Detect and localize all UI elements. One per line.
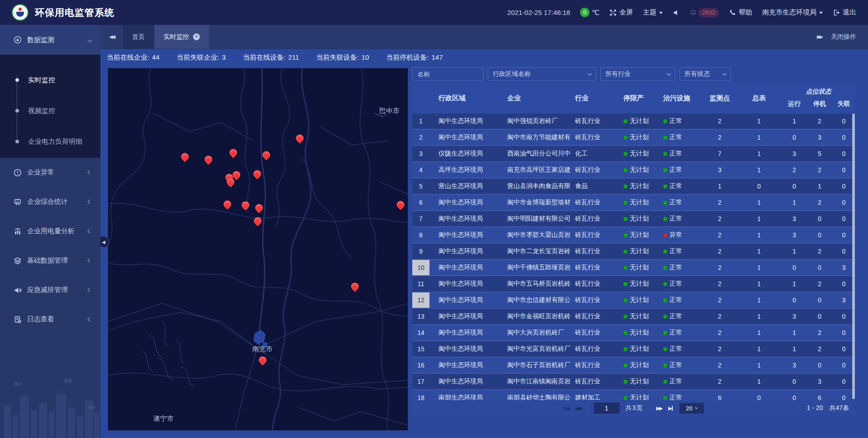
status-dot-icon <box>663 168 667 172</box>
tab[interactable]: 首页 ✕ <box>123 25 154 49</box>
row-number: 3 <box>412 146 429 161</box>
column-header-point-status: 点位状态 <box>782 88 855 96</box>
table-row[interactable]: 6 阆中生态环境局 阆中市金博瑞新型墙材 砖瓦行业 无计划 正常 2 1 1 2… <box>412 195 855 211</box>
cell-stop-status: 无计划 <box>622 162 661 178</box>
cell-run-count: 1 <box>782 195 807 210</box>
cell-stop-status: 无计划 <box>622 309 661 324</box>
cell-run-count: 0 <box>782 390 807 400</box>
cell-halt-count: 3 <box>807 130 832 145</box>
main-content: 巴中市 南充市 遂宁市 <box>100 66 868 438</box>
table-row[interactable]: 15 阆中生态环境局 阆中市光富页岩机砖厂 砖瓦行业 无计划 正常 2 1 1 … <box>412 341 855 358</box>
cell-total-count: 1 <box>736 195 782 210</box>
column-header-industry: 行业 <box>574 83 622 113</box>
column-header-run: 运行 <box>782 96 807 113</box>
table-row[interactable]: 18 南部生态环境局 南部县砂华土陶有限公 建材加工 无计划 正常 6 0 0 … <box>412 390 855 400</box>
row-number: 7 <box>412 211 429 226</box>
prev-page-button[interactable]: ◀◀ <box>575 405 581 411</box>
cell-facility-status: 正常 <box>661 276 703 292</box>
table-row[interactable]: 12 阆中生态环境局 阆中市忠信建材有限公 砖瓦行业 无计划 正常 2 1 0 … <box>412 292 855 309</box>
sidebar-group[interactable]: 基础数据管理 <box>0 246 100 275</box>
name-filter-input[interactable] <box>412 67 484 81</box>
sidebar-item[interactable]: 实时监控 <box>0 65 100 95</box>
row-number: 14 <box>412 325 429 340</box>
cell-run-count: 2 <box>782 162 807 178</box>
next-page-button[interactable]: ▶▶ <box>656 405 662 411</box>
sidebar-group[interactable]: 日志查看 <box>0 305 100 334</box>
status-dot-icon <box>623 331 627 335</box>
theme-label: 主题 <box>643 8 656 17</box>
table-row[interactable]: 4 高坪生态环境局 南充市高坪区王家店建 砖瓦行业 无计划 正常 3 1 2 2… <box>412 162 855 179</box>
fullscreen-label: 全屏 <box>619 8 633 17</box>
mute-button[interactable] <box>673 9 680 16</box>
sidebar-group[interactable]: 数据监测 <box>0 25 100 55</box>
table-row[interactable]: 14 阆中生态环境局 阆中大兴页岩机砖厂 砖瓦行业 无计划 正常 2 1 1 2… <box>412 325 855 341</box>
sidebar-group[interactable]: 应急减排管理 <box>0 275 100 305</box>
theme-button[interactable]: 主题 <box>643 8 663 17</box>
table-scrollbar[interactable] <box>852 113 855 399</box>
sidebar-item[interactable]: 视频监控 <box>0 95 100 126</box>
cell-total-count: 1 <box>736 260 782 275</box>
tab[interactable]: 实时监控 ✕ <box>155 25 209 49</box>
table-row[interactable]: 7 阆中生态环境局 阆中明阳建材有限公司 砖瓦行业 无计划 正常 2 1 3 0… <box>412 211 855 227</box>
cell-facility-status: 正常 <box>661 113 703 129</box>
cell-facility-status: 正常 <box>661 244 703 259</box>
tabs-scroll-left-button[interactable]: ◀◀ <box>100 25 123 49</box>
sidebar-group[interactable]: 企业用电量分析 <box>0 217 100 246</box>
stat-item: 当前停机设备: 147 <box>386 53 443 62</box>
chevron-left-icon <box>88 317 92 322</box>
page-number-input[interactable] <box>594 403 619 414</box>
industry-filter-value: 所有行业 <box>605 70 631 78</box>
row-number: 10 <box>412 260 429 275</box>
map-panel[interactable]: 巴中市 南充市 遂宁市 <box>108 68 408 431</box>
fullscreen-button[interactable]: 全屏 <box>609 8 633 17</box>
chevron-down-icon <box>667 71 671 76</box>
table-row[interactable]: 3 仪陇生态环境局 西南油气田分公司川中 化工 无计划 正常 7 1 3 5 0 <box>412 146 855 162</box>
sidebar-group[interactable]: 企业综合统计 <box>0 187 100 217</box>
cell-monitor-count: 7 <box>703 146 736 161</box>
help-button[interactable]: 帮助 <box>729 8 752 17</box>
cell-industry: 砖瓦行业 <box>574 374 622 389</box>
table-row[interactable]: 13 阆中生态环境局 阆中市金福旺页岩机砖 砖瓦行业 无计划 正常 2 1 3 … <box>412 309 855 325</box>
last-page-button[interactable]: ▶ <box>668 405 673 411</box>
sidebar-item[interactable]: 企业电力负荷明细 <box>0 126 100 157</box>
cell-company: 阆中市光富页岩机砖厂 <box>496 341 574 357</box>
sidebar-item-label: 视频监控 <box>28 107 55 115</box>
sidebar-menu: 数据监测实时监控视频监控企业电力负荷明细企业异常企业综合统计企业用电量分析基础数… <box>0 25 100 334</box>
logout-button[interactable]: 退出 <box>833 8 856 17</box>
table-row[interactable]: 9 阆中生态环境局 阆中市二龙长宝页岩砖 砖瓦行业 无计划 正常 2 1 1 2… <box>412 244 855 260</box>
table-row[interactable]: 5 营山生态环境局 营山县润丰肉食品有限 食品 无计划 正常 1 0 0 1 0 <box>412 179 855 195</box>
first-page-button[interactable]: ◀ <box>564 405 568 411</box>
table-row[interactable]: 16 阆中生态环境局 阆中市石子页岩机砖厂 砖瓦行业 无计划 正常 2 1 3 … <box>412 358 855 374</box>
cell-company: 阆中市金福旺页岩机砖 <box>496 309 574 324</box>
status-filter-select[interactable]: 所有状态 <box>679 67 731 81</box>
sidebar-item-label: 企业电力负荷明细 <box>28 137 82 146</box>
tabs-scroll-right-button[interactable]: ▶▶ <box>817 34 822 40</box>
table-row[interactable]: 10 阆中生态环境局 阆中千佛镇五郎垭页岩 砖瓦行业 无计划 正常 2 1 0 … <box>412 260 855 276</box>
sidebar-group-label: 数据监测 <box>27 36 54 44</box>
status-dot-icon <box>663 217 667 221</box>
cell-run-count: 1 <box>782 276 807 292</box>
table-row[interactable]: 2 阆中生态环境局 阆中市南方节能建材有 砖瓦行业 无计划 正常 2 1 0 3… <box>412 130 855 146</box>
page-size-select[interactable]: 20 <box>679 403 704 414</box>
app-header: 环保用电监管系统 2021-02-25 17:46:18 0 ℃ 全屏 主题 2… <box>0 0 868 25</box>
cell-region: 阆中生态环境局 <box>429 244 496 259</box>
industry-filter-select[interactable]: 所有行业 <box>600 67 675 81</box>
table-row[interactable]: 1 阆中生态环境局 阆中强锐页岩砖厂 砖瓦行业 无计划 正常 2 1 1 2 0 <box>412 113 855 130</box>
sidebar-group[interactable]: 企业异常 <box>0 158 100 187</box>
total-pages-label: 共3页 <box>626 404 643 412</box>
notification-badge[interactable]: 2632 <box>690 8 719 17</box>
gauge-icon <box>14 36 22 44</box>
table-row[interactable]: 8 阆中生态环境局 阆中市枣碧大梁山页岩 砖瓦行业 无计划 异常 2 1 3 0… <box>412 227 855 244</box>
chevron-down-icon <box>659 12 663 14</box>
table-row[interactable]: 11 阆中生态环境局 阆中市五马桥页岩机砖 砖瓦行业 无计划 正常 2 1 1 … <box>412 276 855 292</box>
org-selector[interactable]: 南充市生态环境局 <box>762 8 823 17</box>
tab-close-icon[interactable]: ✕ <box>193 33 200 40</box>
row-number: 4 <box>412 162 429 178</box>
chevron-left-icon <box>88 170 92 175</box>
region-filter-select[interactable]: 行政区域名称 <box>488 67 596 81</box>
cell-stop-status: 无计划 <box>622 211 661 226</box>
cell-facility-status: 正常 <box>661 211 703 226</box>
map-city-label: 遂宁市 <box>153 414 174 423</box>
close-operations-button[interactable]: 关闭操作 <box>831 33 856 41</box>
table-row[interactable]: 17 阆中生态环境局 阆中市江南镇阆南页岩 砖瓦行业 无计划 正常 2 1 0 … <box>412 374 855 390</box>
